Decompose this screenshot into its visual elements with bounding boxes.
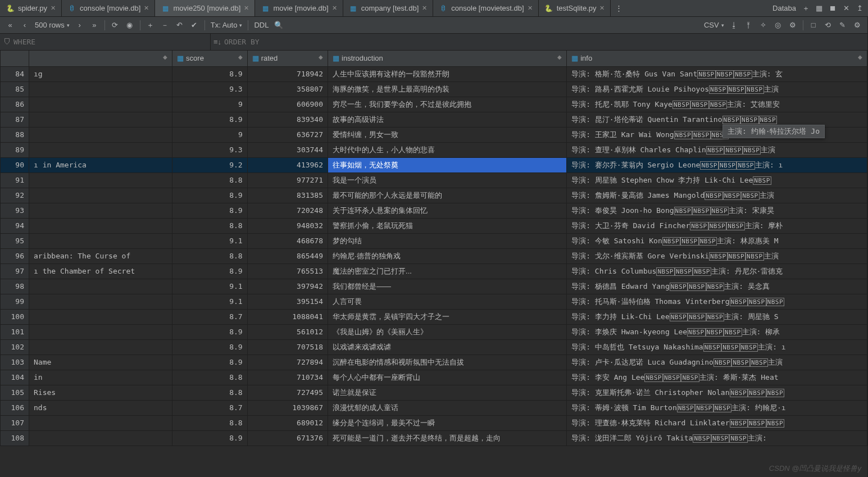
table-row[interactable]: 100 8.7 1088041 华太师是黄霑，吴镇宇四大才子之一 导演: 李力持… bbox=[1, 309, 867, 324]
cell-score[interactable]: 8.9 bbox=[172, 430, 248, 446]
row-number[interactable]: 92 bbox=[1, 188, 29, 203]
cell-rated[interactable]: 710734 bbox=[247, 370, 328, 385]
table-row[interactable]: 94 8.8 948032 警察抓小偷，老鼠玩死猫 导演: 大卫·芬奇 Davi… bbox=[1, 218, 867, 233]
table-row[interactable]: 86 9 606900 穷尽一生，我们要学会的，不过是彼此拥抱 导演: 托尼·凯… bbox=[1, 97, 867, 112]
cell-score[interactable]: 8.9 bbox=[172, 188, 248, 203]
first-page-icon[interactable]: « bbox=[3, 19, 17, 32]
cell-name[interactable] bbox=[29, 81, 172, 97]
tab-6[interactable]: 🐍 testSqlite.py ✕ bbox=[539, 0, 611, 16]
cell-instroduction[interactable]: 每个人心中都有一座断背山 bbox=[328, 370, 567, 385]
cell-info[interactable]: 导演: 李力持 Lik-Chi LeeNBSPNBSPNBSP主演: 周星驰 S bbox=[567, 309, 867, 324]
close-icon[interactable]: ✕ bbox=[422, 4, 427, 12]
cell-info[interactable]: 导演: 大卫·芬奇 David FincherNBSPNBSPNBSP主演: 摩… bbox=[567, 218, 867, 233]
row-number[interactable]: 90 bbox=[1, 157, 29, 172]
commit-icon[interactable]: ✔ bbox=[188, 19, 201, 32]
export-icon[interactable]: ⭳ bbox=[728, 19, 741, 32]
table-row[interactable]: 92 8.9 831385 最不可能的那个人永远是最可能的 导演: 詹姆斯·曼高… bbox=[1, 188, 867, 203]
cell-rated[interactable]: 1039867 bbox=[247, 400, 328, 415]
cell-name[interactable] bbox=[29, 339, 172, 355]
tab-2[interactable]: ▦ movie250 [movie.db] ✕ bbox=[155, 0, 255, 16]
cell-score[interactable]: 8.7 bbox=[172, 400, 248, 415]
table-row[interactable]: 102 8.9 707518 以戏谑来戏谑戏谑 导演: 中岛哲也 Tetsuya… bbox=[1, 339, 867, 355]
filter-icon[interactable]: ✕ bbox=[840, 2, 852, 15]
cell-instroduction[interactable]: 我是一个演员 bbox=[328, 172, 567, 188]
cell-name[interactable] bbox=[29, 233, 172, 248]
row-number[interactable]: 93 bbox=[1, 203, 29, 218]
tx-dropdown[interactable]: Tx: Auto▾ bbox=[208, 21, 245, 29]
table-row[interactable]: 101 8.9 561012 《我是山姆》的《美丽人生》 导演: 李焕庆 Hwa… bbox=[1, 324, 867, 339]
cell-info[interactable]: 导演: 戈尔·维宾斯基 Gore VerbinskiNBSPNBSPNBSP主演 bbox=[567, 248, 867, 264]
search-icon[interactable]: 🔍 bbox=[272, 19, 285, 32]
cell-score[interactable]: 8.7 bbox=[172, 309, 248, 324]
cell-instroduction[interactable]: 以戏谑来戏谑戏谑 bbox=[328, 339, 567, 355]
close-icon[interactable]: ✕ bbox=[599, 4, 605, 12]
table-row[interactable]: 84 ıg 8.9 718942 人生中应该拥有这样的一段豁然开朗 导演: 格斯… bbox=[1, 66, 867, 81]
cell-name[interactable] bbox=[29, 294, 172, 309]
close-icon[interactable]: ✕ bbox=[244, 4, 249, 12]
close-icon[interactable]: ✕ bbox=[332, 4, 337, 12]
cell-name[interactable]: ı in America bbox=[29, 157, 172, 172]
cell-instroduction[interactable]: 沉醉在电影的情感和视听氛围中无法自拔 bbox=[328, 355, 567, 370]
cell-score[interactable]: 8.9 bbox=[172, 203, 248, 218]
table-row[interactable]: 89 9.3 303744 大时代中的人生，小人物的悲喜 导演: 查理·卓别林 … bbox=[1, 142, 867, 157]
col-header-rated[interactable]: ▦rated◆ bbox=[247, 51, 328, 66]
refresh-duplicate-icon[interactable]: ▦ bbox=[813, 2, 825, 15]
sync-icon[interactable]: ⟲ bbox=[821, 19, 835, 32]
row-number[interactable]: 105 bbox=[1, 385, 29, 400]
cell-instroduction[interactable]: 爱情纠缠，男女一致 bbox=[328, 127, 567, 142]
cell-name[interactable] bbox=[29, 112, 172, 127]
view-icon[interactable]: ◎ bbox=[771, 19, 785, 32]
table-row[interactable]: 107 8.8 689012 缘分是个连绵词，最美不过一瞬 导演: 理查德·林克… bbox=[1, 415, 867, 430]
cell-score[interactable]: 9.3 bbox=[172, 142, 248, 157]
table-row[interactable]: 106 nds 8.7 1039867 浪漫忧郁的成人童话 导演: 蒂姆·波顿 … bbox=[1, 400, 867, 415]
row-number[interactable]: 95 bbox=[1, 233, 29, 248]
cell-info[interactable]: 导演: 李焕庆 Hwan-kyeong LeeNBSPNBSPNBSP主演: 柳… bbox=[567, 324, 867, 339]
row-number[interactable]: 86 bbox=[1, 97, 29, 112]
col-header-info[interactable]: ▦info◆ bbox=[567, 51, 867, 66]
cell-rated[interactable]: 977271 bbox=[247, 172, 328, 188]
cell-score[interactable]: 9 bbox=[172, 97, 248, 112]
add-icon[interactable]: ＋ bbox=[799, 2, 812, 15]
cell-name[interactable] bbox=[29, 430, 172, 446]
cell-info[interactable]: 导演: 今敏 Satoshi KonNBSPNBSPNBSP主演: 林原惠美 M bbox=[567, 233, 867, 248]
data-grid[interactable]: ◆ ▦score◆ ▦rated◆ ▦instroduction◆ ▦info◆… bbox=[0, 51, 867, 477]
cell-rated[interactable]: 707518 bbox=[247, 339, 328, 355]
reload-icon[interactable]: ⟳ bbox=[108, 19, 122, 32]
row-number[interactable]: 84 bbox=[1, 66, 29, 81]
ddl-button[interactable]: DDL bbox=[252, 21, 271, 29]
cell-info[interactable]: 导演: 路易·西霍尤斯 Louie PsihoyosNBSPNBSPNBSP主演 bbox=[567, 81, 867, 97]
gutter-header[interactable] bbox=[1, 51, 29, 66]
close-icon[interactable]: ✕ bbox=[51, 4, 56, 12]
cell-info[interactable]: 导演: 托尼·凯耶 Tony KayeNBSPNBSPNBSP主演: 艾德里安 bbox=[567, 97, 867, 112]
revert-icon[interactable]: ↶ bbox=[173, 19, 187, 32]
cell-instroduction[interactable]: 穷尽一生，我们要学会的，不过是彼此拥抱 bbox=[328, 97, 567, 112]
cell-name[interactable] bbox=[29, 172, 172, 188]
col-header-name[interactable]: ◆ bbox=[29, 51, 172, 66]
prev-page-icon[interactable]: ‹ bbox=[18, 19, 31, 32]
cell-info[interactable]: 导演: 周星驰 Stephen Chow 李力持 Lik-Chi LeeNBSP bbox=[567, 172, 867, 188]
table-row[interactable]: 90 ı in America 9.2 413962 往事如烟，无处祭奠 导演:… bbox=[1, 157, 867, 172]
cell-info[interactable]: 导演: 查理·卓别林 Charles ChaplinNBSPNBSPNBSP主演 bbox=[567, 142, 867, 157]
cell-info[interactable]: 导演: 格斯·范·桑特 Gus Van SantNBSPNBSPNBSP主演: … bbox=[567, 66, 867, 81]
cell-info[interactable]: 导演: 卢卡·瓜达尼诺 Luca GuadagninoNBSPNBSPNBSP主… bbox=[567, 355, 867, 370]
settings-icon[interactable]: ⚙ bbox=[786, 19, 799, 32]
cell-rated[interactable]: 839340 bbox=[247, 112, 328, 127]
table-row[interactable]: 97 ı the Chamber of Secret 8.9 765513 魔法… bbox=[1, 264, 867, 279]
cell-name[interactable] bbox=[29, 127, 172, 142]
rows-dropdown[interactable]: 500 rows▾ bbox=[33, 21, 72, 29]
cell-score[interactable]: 8.8 bbox=[172, 172, 248, 188]
cell-rated[interactable]: 948032 bbox=[247, 218, 328, 233]
cell-rated[interactable]: 865449 bbox=[247, 248, 328, 264]
where-input[interactable] bbox=[13, 38, 120, 46]
cell-instroduction[interactable]: 人言可畏 bbox=[328, 294, 567, 309]
cell-name[interactable]: in bbox=[29, 370, 172, 385]
cell-name[interactable]: aribbean: The Curse of bbox=[29, 248, 172, 264]
row-number[interactable]: 100 bbox=[1, 309, 29, 324]
cell-score[interactable]: 8.9 bbox=[172, 264, 248, 279]
cell-instroduction[interactable]: 海豚的微笑，是世界上最高明的伪装 bbox=[328, 81, 567, 97]
row-number[interactable]: 108 bbox=[1, 430, 29, 446]
cell-info[interactable]: 导演: Chris ColumbusNBSPNBSPNBSP主演: 丹尼尔·雷德… bbox=[567, 264, 867, 279]
expand-icon[interactable]: □ bbox=[807, 19, 820, 32]
table-row[interactable]: 96 aribbean: The Curse of 8.8 865449 约翰尼… bbox=[1, 248, 867, 264]
cell-name[interactable] bbox=[29, 309, 172, 324]
